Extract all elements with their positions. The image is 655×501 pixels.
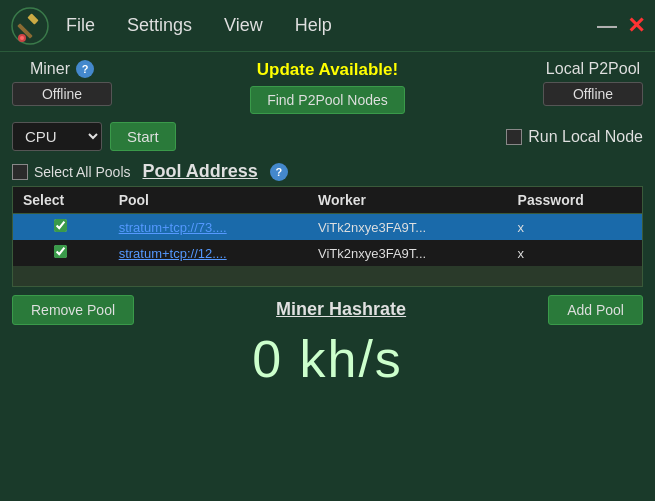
- row2-pool-link[interactable]: stratum+tcp://12....: [119, 246, 227, 261]
- hashrate-section: Miner Hashrate: [276, 299, 406, 320]
- p2pool-section: Local P2Pool Offline: [543, 60, 643, 106]
- p2pool-status: Offline: [543, 82, 643, 106]
- app-logo: [10, 6, 50, 46]
- table-row[interactable]: stratum+tcp://73.... ViTk2nxye3FA9T... x: [13, 214, 643, 241]
- pool-help-icon[interactable]: ?: [270, 163, 288, 181]
- col-select: Select: [13, 187, 109, 214]
- miner-section: Miner ? Offline: [12, 60, 112, 106]
- miner-title: Miner: [30, 60, 70, 78]
- miner-help-icon[interactable]: ?: [76, 60, 94, 78]
- pool-address-title: Pool Address: [143, 161, 258, 182]
- p2pool-label: Local P2Pool: [546, 60, 640, 78]
- svg-point-4: [20, 36, 24, 40]
- menu-settings[interactable]: Settings: [121, 11, 198, 40]
- col-password: Password: [508, 187, 643, 214]
- find-nodes-button[interactable]: Find P2Pool Nodes: [250, 86, 405, 114]
- row2-worker: ViTk2nxye3FA9T...: [308, 240, 508, 266]
- remove-pool-button[interactable]: Remove Pool: [12, 295, 134, 325]
- table-empty-row: [13, 266, 643, 286]
- start-button[interactable]: Start: [110, 122, 176, 151]
- select-all-text: Select All Pools: [34, 164, 131, 180]
- run-local-label: Run Local Node: [528, 128, 643, 146]
- controls-row: CPU CPU+GPU GPU Start Run Local Node: [12, 122, 643, 151]
- bottom-row: Remove Pool Miner Hashrate Add Pool: [12, 295, 643, 325]
- miner-label: Miner ?: [30, 60, 94, 78]
- update-section: Update Available! Find P2Pool Nodes: [250, 60, 405, 114]
- row1-password: x: [508, 214, 643, 241]
- pool-table: Select Pool Worker Password stratum+tcp:…: [12, 186, 643, 287]
- row2-select[interactable]: [13, 240, 109, 266]
- svg-point-0: [12, 8, 48, 44]
- run-local-section: Run Local Node: [506, 128, 643, 146]
- main-content: Miner ? Offline Update Available! Find P…: [0, 52, 655, 397]
- miner-status: Offline: [12, 82, 112, 106]
- pool-header: Select All Pools Pool Address ?: [12, 161, 643, 182]
- row2-pool[interactable]: stratum+tcp://12....: [109, 240, 308, 266]
- row1-pool-link[interactable]: stratum+tcp://73....: [119, 220, 227, 235]
- pool-section: Select All Pools Pool Address ? Select P…: [12, 161, 643, 287]
- menu-file[interactable]: File: [60, 11, 101, 40]
- row1-checkbox[interactable]: [54, 219, 67, 232]
- window-controls: — ✕: [597, 13, 645, 39]
- title-bar: File Settings View Help — ✕: [0, 0, 655, 52]
- update-available-text: Update Available!: [257, 60, 398, 80]
- row1-select[interactable]: [13, 214, 109, 241]
- row2-checkbox[interactable]: [54, 245, 67, 258]
- col-worker: Worker: [308, 187, 508, 214]
- row2-password: x: [508, 240, 643, 266]
- col-pool: Pool: [109, 187, 308, 214]
- table-row[interactable]: stratum+tcp://12.... ViTk2nxye3FA9T... x: [13, 240, 643, 266]
- top-section: Miner ? Offline Update Available! Find P…: [12, 60, 643, 114]
- cpu-select[interactable]: CPU CPU+GPU GPU: [12, 122, 102, 151]
- hashrate-title: Miner Hashrate: [276, 299, 406, 320]
- select-all-checkbox[interactable]: [12, 164, 28, 180]
- hashrate-value: 0 kh/s: [12, 329, 643, 389]
- add-pool-button[interactable]: Add Pool: [548, 295, 643, 325]
- minimize-button[interactable]: —: [597, 14, 617, 37]
- run-local-checkbox[interactable]: [506, 129, 522, 145]
- menu-view[interactable]: View: [218, 11, 269, 40]
- menu-bar: File Settings View Help: [60, 11, 597, 40]
- close-button[interactable]: ✕: [627, 13, 645, 39]
- row1-pool[interactable]: stratum+tcp://73....: [109, 214, 308, 241]
- row1-worker: ViTk2nxye3FA9T...: [308, 214, 508, 241]
- p2pool-title: Local P2Pool: [546, 60, 640, 78]
- menu-help[interactable]: Help: [289, 11, 338, 40]
- select-all-label[interactable]: Select All Pools: [12, 164, 131, 180]
